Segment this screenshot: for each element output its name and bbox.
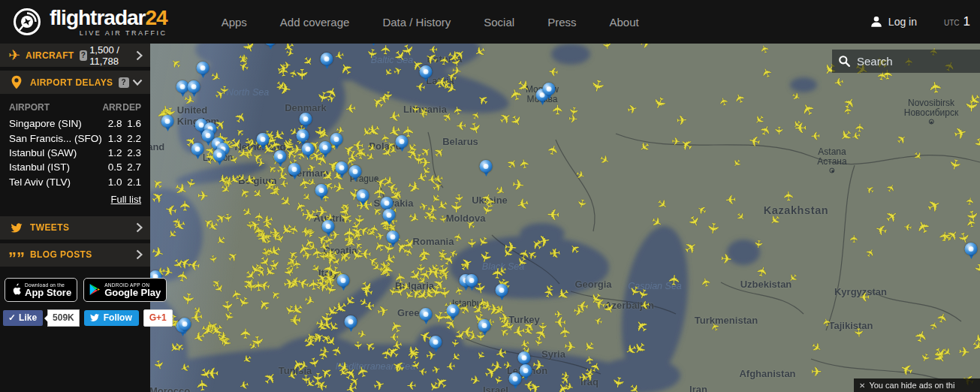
airport-pin[interactable]	[965, 243, 978, 260]
airport-pin[interactable]	[188, 80, 201, 98]
airport-pin[interactable]	[336, 161, 348, 179]
airport-pin[interactable]	[321, 53, 333, 70]
aircraft-marker-icon[interactable]: ✈	[965, 196, 976, 206]
aircraft-marker-icon[interactable]: ✈	[903, 222, 912, 233]
airport-pin[interactable]	[430, 336, 442, 353]
aircraft-marker-icon[interactable]: ✈	[547, 207, 560, 222]
aircraft-marker-icon[interactable]: ✈	[418, 108, 428, 119]
nav-item-apps[interactable]: Apps	[222, 16, 247, 29]
google-play-badge[interactable]: ANDROID APP ON Google Play	[83, 278, 167, 302]
aircraft-marker-icon[interactable]: ✈	[291, 258, 304, 270]
delay-row[interactable]: San Francis... (SFO)1.32.2	[9, 131, 141, 145]
aircraft-marker-icon[interactable]: ✈	[719, 252, 732, 266]
aircraft-marker-icon[interactable]: ✈	[490, 267, 505, 281]
aircraft-marker-icon[interactable]: ✈	[552, 104, 565, 116]
nav-item-data-history[interactable]: Data / History	[382, 16, 451, 29]
delay-row[interactable]: Singapore (SIN)2.81.6	[9, 116, 141, 131]
aircraft-marker-icon[interactable]: ✈	[453, 194, 465, 204]
sidebar-item-airport-delays[interactable]: AIRPORT DELAYS ?	[0, 71, 150, 94]
aircraft-marker-icon[interactable]: ✈	[849, 234, 860, 243]
aircraft-marker-icon[interactable]: ✈	[782, 190, 796, 201]
delay-row[interactable]: Istanbul (SAW)1.22.3	[9, 146, 141, 160]
airport-pin[interactable]	[357, 189, 369, 207]
aircraft-marker-icon[interactable]: ✈	[972, 262, 980, 275]
airport-pin[interactable]	[264, 44, 277, 50]
aircraft-marker-icon[interactable]: ✈	[511, 177, 526, 194]
aircraft-marker-icon[interactable]: ✈	[811, 366, 822, 378]
aircraft-marker-icon[interactable]: ✈	[547, 65, 559, 77]
aircraft-marker-icon[interactable]: ✈	[753, 240, 765, 250]
airport-pin[interactable]	[213, 149, 226, 166]
aircraft-marker-icon[interactable]: ✈	[312, 125, 328, 139]
aircraft-marker-icon[interactable]: ✈	[289, 312, 301, 327]
aircraft-marker-icon[interactable]: ✈	[344, 101, 356, 115]
aircraft-marker-icon[interactable]: ✈	[562, 339, 576, 355]
close-icon[interactable]: ✕	[859, 381, 865, 390]
aircraft-marker-icon[interactable]: ✈	[445, 360, 456, 372]
aircraft-marker-icon[interactable]: ✈	[773, 126, 785, 135]
airport-pin[interactable]	[345, 315, 357, 333]
login-button[interactable]: Log in	[870, 15, 917, 29]
airport-pin[interactable]	[367, 44, 380, 47]
aircraft-marker-icon[interactable]: ✈	[640, 44, 652, 50]
app-store-badge[interactable]: Download on the App Store	[5, 278, 77, 302]
aircraft-marker-icon[interactable]: ✈	[677, 114, 689, 128]
aircraft-marker-icon[interactable]: ✈	[939, 230, 954, 243]
aircraft-marker-icon[interactable]: ✈	[406, 379, 417, 391]
delay-row[interactable]: Tel Aviv (TLV)1.02.1	[9, 175, 141, 189]
airport-pin[interactable]	[447, 304, 460, 321]
aircraft-marker-icon[interactable]: ✈	[178, 200, 192, 212]
aircraft-marker-icon[interactable]: ✈	[852, 327, 864, 337]
airport-pin[interactable]	[466, 274, 478, 291]
aircraft-marker-icon[interactable]: ✈	[503, 240, 517, 256]
nav-item-about[interactable]: About	[609, 16, 638, 29]
airport-pin[interactable]	[315, 184, 328, 201]
airport-pin[interactable]	[349, 165, 362, 182]
airport-pin[interactable]	[387, 231, 400, 248]
aircraft-marker-icon[interactable]: ✈	[810, 130, 820, 142]
airport-pin[interactable]	[197, 62, 210, 79]
twitter-follow-button[interactable]: Follow	[84, 310, 139, 326]
aircraft-marker-icon[interactable]: ✈	[576, 297, 590, 313]
search-input[interactable]	[857, 55, 962, 68]
aircraft-marker-icon[interactable]: ✈	[197, 190, 209, 204]
aircraft-marker-icon[interactable]: ✈	[219, 300, 235, 313]
airport-pin[interactable]	[337, 274, 350, 291]
help-icon[interactable]: ?	[119, 77, 129, 88]
airport-pin[interactable]	[396, 135, 409, 152]
aircraft-marker-icon[interactable]: ✈	[252, 279, 266, 292]
sidebar-item-aircraft[interactable]: ✈ AIRCRAFT ? 1,500 / 11,788	[0, 44, 150, 67]
aircraft-marker-icon[interactable]: ✈	[566, 105, 579, 116]
sidebar-item-tweets[interactable]: TWEETS	[0, 216, 150, 240]
aircraft-marker-icon[interactable]: ✈	[179, 291, 195, 306]
aircraft-marker-icon[interactable]: ✈	[859, 289, 870, 302]
aircraft-marker-icon[interactable]: ✈	[958, 346, 971, 360]
airport-pin[interactable]	[191, 143, 204, 160]
nav-item-press[interactable]: Press	[547, 16, 576, 29]
aircraft-marker-icon[interactable]: ✈	[927, 80, 944, 95]
help-icon[interactable]: ?	[80, 50, 88, 61]
aircraft-marker-icon[interactable]: ✈	[532, 357, 546, 374]
airport-pin[interactable]	[300, 113, 312, 130]
nav-item-add-coverage[interactable]: Add coverage	[280, 16, 350, 29]
map-search-bar[interactable]	[832, 50, 980, 73]
airport-pin[interactable]	[161, 115, 174, 132]
airport-pin[interactable]	[330, 133, 343, 150]
airport-pin[interactable]	[322, 220, 335, 237]
aircraft-marker-icon[interactable]: ✈	[558, 326, 573, 339]
aircraft-marker-icon[interactable]: ✈	[389, 331, 399, 342]
airport-pin[interactable]	[383, 209, 396, 226]
airport-pin[interactable]	[420, 65, 433, 83]
aircraft-marker-icon[interactable]: ✈	[363, 299, 375, 312]
airport-pin[interactable]	[179, 318, 191, 335]
aircraft-marker-icon[interactable]: ✈	[255, 158, 265, 169]
aircraft-marker-icon[interactable]: ✈	[535, 233, 551, 251]
airport-pin[interactable]	[274, 150, 287, 167]
google-plus-button[interactable]: G+1	[143, 309, 173, 327]
nav-item-social[interactable]: Social	[484, 16, 514, 29]
airport-pin[interactable]	[478, 319, 491, 336]
airport-pin[interactable]	[509, 372, 522, 390]
aircraft-marker-icon[interactable]: ✈	[668, 274, 683, 287]
aircraft-marker-icon[interactable]: ✈	[429, 44, 438, 54]
airport-pin[interactable]	[543, 83, 556, 100]
